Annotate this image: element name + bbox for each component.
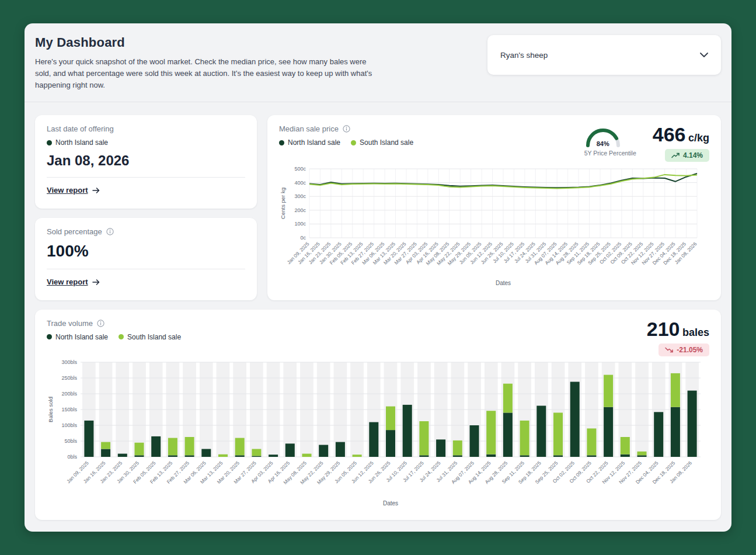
north-legend-dot-icon [279, 140, 284, 145]
median-price-metrics: 84% 5Y Price Percentile 466 c/kg 4.14% [584, 124, 709, 162]
view-report-label: View report [47, 278, 88, 286]
trend-down-icon [665, 347, 673, 353]
legend-south-label: South Island sale [127, 333, 181, 341]
flock-selector-value: Ryan's sheep [500, 51, 548, 60]
price-percentile-gauge: 84% 5Y Price Percentile [584, 124, 636, 157]
page-title: My Dashboard [35, 35, 382, 50]
flock-selector[interactable]: Ryan's sheep [487, 35, 721, 75]
svg-text:Dates: Dates [496, 280, 511, 286]
legend-north-island: North Island sale [279, 138, 340, 147]
svg-text:250bls: 250bls [61, 375, 77, 381]
view-report-link[interactable]: View report [47, 278, 100, 286]
median-price-label: Median sale price [279, 124, 339, 133]
trade-volume-chart: 0bls50bls100bls150bls200bls250bls300blsJ… [47, 359, 709, 511]
svg-text:0c: 0c [300, 235, 306, 241]
trade-volume-label: Trade volume [47, 319, 93, 328]
north-legend-dot-icon [47, 140, 52, 145]
svg-text:100bls: 100bls [61, 422, 77, 428]
trade-volume-value: 210 [647, 318, 680, 340]
info-icon[interactable] [106, 228, 114, 235]
volume-change-value: -21.05% [677, 346, 703, 354]
info-icon[interactable] [97, 320, 104, 327]
trade-volume-metric: 210 bales -21.05% [647, 319, 709, 356]
report-row: View report [47, 177, 245, 195]
legend-north-label: North Island sale [55, 333, 108, 341]
legend-north-island: North Island sale [47, 333, 108, 341]
legend-north-label: North Island sale [55, 138, 108, 147]
median-price-unit: c/kg [688, 132, 709, 144]
svg-text:Bales sold: Bales sold [47, 397, 54, 422]
price-change-value: 4.14% [683, 151, 703, 159]
south-legend-dot-icon [119, 334, 124, 339]
svg-text:200bls: 200bls [61, 391, 77, 397]
svg-text:300c: 300c [294, 194, 306, 200]
price-change-badge: 4.14% [665, 149, 709, 162]
svg-text:Dates: Dates [383, 500, 398, 507]
legend-north-island: North Island sale [47, 138, 108, 147]
trade-volume-title-block: Trade volume North Island sale South Isl… [47, 319, 181, 341]
report-row: View report [47, 269, 245, 287]
svg-text:200c: 200c [294, 207, 306, 213]
trade-volume-header: Trade volume North Island sale South Isl… [47, 319, 709, 356]
dashboard-header: My Dashboard Here's your quick snapshot … [25, 23, 731, 102]
sold-percentage-value: 100% [47, 242, 245, 261]
svg-text:0bls: 0bls [67, 454, 77, 460]
view-report-label: View report [47, 186, 88, 195]
svg-text:500c: 500c [294, 166, 306, 172]
median-price-value: 466 [653, 123, 686, 145]
arrow-right-icon [92, 188, 100, 193]
svg-text:300bls: 300bls [61, 359, 77, 365]
trade-volume-unit: bales [682, 327, 709, 338]
last-offering-card: Last date of offering North Island sale … [35, 115, 257, 209]
south-legend-dot-icon [351, 140, 356, 145]
svg-text:400c: 400c [294, 180, 306, 186]
page-background: My Dashboard Here's your quick snapshot … [0, 0, 756, 555]
legend-south-island: South Island sale [119, 333, 181, 341]
legend-north-label: North Island sale [288, 138, 340, 147]
volume-change-badge: -21.05% [659, 344, 709, 356]
sold-percentage-label: Sold percentage [47, 227, 102, 236]
info-icon[interactable] [343, 125, 350, 133]
legend-south-island: South Island sale [351, 138, 413, 147]
view-report-link[interactable]: View report [47, 186, 100, 195]
gauge-value: 84% [584, 140, 622, 147]
median-price-card: Median sale price North Island sale Sout… [267, 115, 721, 300]
sold-percentage-card: Sold percentage 100% View report [35, 218, 257, 300]
median-price-metric: 466 c/kg 4.14% [653, 124, 709, 162]
dashboard-panel: My Dashboard Here's your quick snapshot … [25, 23, 731, 532]
gauge-label: 5Y Price Percentile [584, 150, 636, 157]
last-offering-label: Last date of offering [47, 124, 114, 133]
svg-text:Cents per kg: Cents per kg [280, 188, 286, 219]
arrow-right-icon [92, 279, 100, 285]
last-offering-date: Jan 08, 2026 [47, 152, 245, 169]
svg-text:150bls: 150bls [61, 407, 77, 412]
median-price-chart: 0c100c200c300c400c500cJan 09, 2025Jan 16… [279, 164, 709, 290]
chevron-down-icon [700, 53, 708, 57]
median-price-title-block: Median sale price North Island sale Sout… [279, 124, 413, 147]
dashboard-content: Last date of offering North Island sale … [25, 102, 731, 532]
median-price-header: Median sale price North Island sale Sout… [279, 124, 709, 162]
trend-up-icon [671, 152, 680, 158]
north-legend-dot-icon [47, 334, 52, 339]
header-text: My Dashboard Here's your quick snapshot … [35, 35, 382, 91]
trade-volume-card: Trade volume North Island sale South Isl… [35, 310, 721, 520]
page-description: Here's your quick snapshot of the wool m… [35, 56, 382, 91]
legend-south-label: South Island sale [360, 138, 413, 147]
svg-text:100c: 100c [294, 221, 306, 227]
svg-text:50bls: 50bls [64, 438, 77, 444]
